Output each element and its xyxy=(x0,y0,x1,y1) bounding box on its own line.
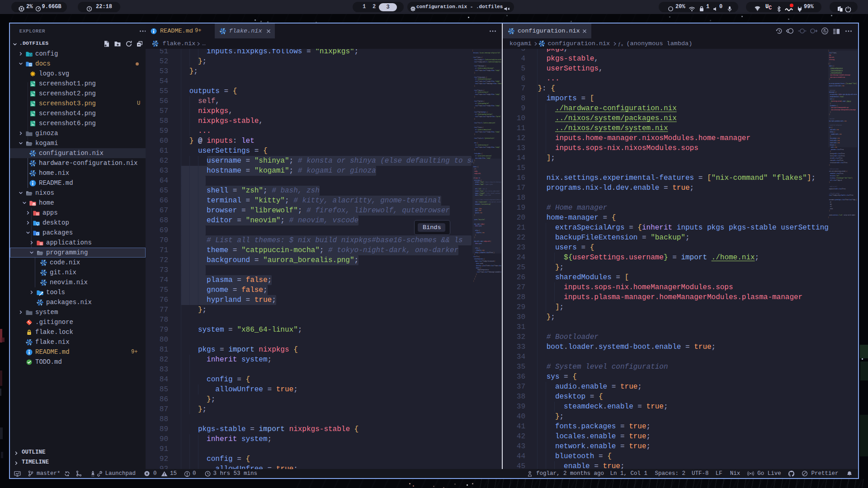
svg-text:f: f xyxy=(618,41,621,47)
svg-text:x: x xyxy=(621,43,623,47)
